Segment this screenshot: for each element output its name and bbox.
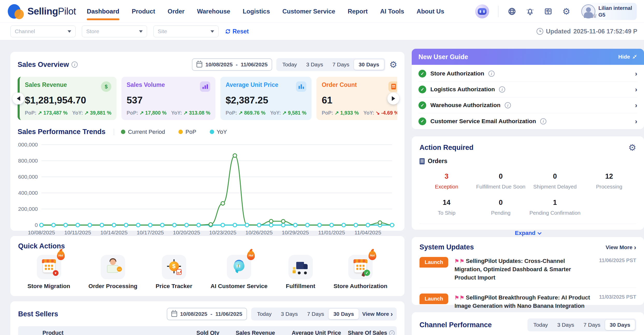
expand-button[interactable]: Expand [419,230,636,236]
nav-dashboard[interactable]: Dashboard [86,1,120,22]
update-item[interactable]: Launch ⚑⚑SellingPilot Updates: Cross-Cha… [419,251,636,288]
legend-pop[interactable]: PoP [178,129,196,135]
card-sales-volume[interactable]: Sales Volume 537 PoP: ↗ 17,800 % YoY: ↗ … [121,77,215,120]
nav-order[interactable]: Order [167,1,185,22]
check-circle-icon: ✓ [418,117,426,125]
help-guide-book-icon[interactable]: ? [544,7,553,16]
range-3days[interactable]: 3 Days [276,309,302,319]
stat-exception[interactable]: 3 Exception [419,172,474,190]
date-range-picker[interactable]: 10/08/2025 - 11/06/2025 [167,308,247,320]
chevron-right-icon: › [634,244,636,251]
guide-customer-service-email-authorization[interactable]: ✓ Customer Service Email Authorization i… [418,113,637,129]
svg-text:10/17/2025: 10/17/2025 [137,229,164,235]
svg-text:0: 0 [35,222,38,228]
range-30days[interactable]: 30 Days [354,59,384,70]
bar-chart-icon [200,81,210,92]
info-icon[interactable]: i [505,102,511,108]
range-30days[interactable]: 30 Days [329,309,358,319]
range-30days[interactable]: 30 Days [605,320,635,330]
trend-up-icon: ↗ [140,110,144,116]
info-icon[interactable]: i [71,61,78,68]
overview-settings-gear-icon[interactable]: ⚙ [389,60,397,69]
cards-next-button[interactable] [387,93,399,104]
settings-gear-icon[interactable]: ⚙ [562,7,571,16]
language-globe-icon[interactable] [507,7,517,16]
store-select[interactable]: Store [82,25,147,37]
user-menu[interactable]: ♛ Lilian internal G5 [580,3,637,20]
update-item[interactable]: Launch ⚑⚑SellingPilot Breakthrough Featu… [419,288,636,316]
brand-logo-icon [8,4,24,19]
range-today[interactable]: Today [529,320,553,330]
stat-shipment-delayed[interactable]: 0 Shipment Delayed [528,172,582,190]
card-average-unit-price[interactable]: Average Unit Price $2,387.25 PoP: ↗ 869.… [220,77,312,120]
action-required-settings-gear-icon[interactable]: ⚙ [628,143,636,152]
reset-filters-button[interactable]: Reset [225,28,249,35]
bar-chart-icon [296,81,306,92]
nav-logistics[interactable]: Logistics [242,1,270,22]
nav-report[interactable]: Report [347,1,368,22]
stat-to-ship[interactable]: 14 To Ship [419,199,474,216]
system-updates-view-more[interactable]: View More› [606,244,636,251]
hide-guide-button[interactable]: Hide [618,54,637,60]
nav-warehouse[interactable]: Warehouse [197,1,231,22]
channel-select[interactable]: Channel [10,25,76,37]
card-sales-revenue[interactable]: Sales Revenue $ $1,281,954.70 PoP: ↗ 173… [18,77,117,120]
range-7days[interactable]: 7 Days [579,320,605,330]
nav-about-us[interactable]: About Us [416,1,445,22]
info-icon[interactable]: i [389,330,395,335]
quick-action-store-migration[interactable]: Hot ▾ Store Migration [27,255,70,290]
quick-action-price-tracker[interactable]: $ Price Tracker [156,255,192,290]
stat-pending-confirmation[interactable]: 1 Pending Confirmation [528,199,582,216]
launch-badge: Launch [419,257,448,268]
last-updated-timestamp: Updated 2025-11-06 17:52:49 P [537,28,637,35]
range-today[interactable]: Today [252,309,276,319]
range-3days[interactable]: 3 Days [301,59,328,70]
range-7days[interactable]: 7 Days [302,309,329,319]
best-sellers-view-more[interactable]: View More› [359,311,395,317]
new-user-guide-panel: New User Guide Hide ✓ Store Authorizatio… [412,49,644,129]
nav-product[interactable]: Product [131,1,156,22]
quick-action-store-authorization[interactable]: Hot ✓ Store Authorization [334,255,387,290]
user-name: Lilian internal [598,5,632,11]
range-3days[interactable]: 3 Days [553,320,579,330]
site-select[interactable]: Site [153,25,219,37]
best-sellers-title: Best Sellers [18,310,58,318]
guide-store-authorization[interactable]: ✓ Store Authorization i › [418,66,637,82]
card-order-count[interactable]: Order Count 61 PoP: ↗ 1,933 % YoY: ↘ -4.… [316,77,397,120]
collapse-icon [632,54,637,59]
range-today[interactable]: Today [278,59,301,70]
chevron-down-icon [139,30,143,33]
info-icon[interactable]: i [488,71,495,77]
quick-action-ai-customer-service[interactable]: Hot AI Customer Service [211,255,267,290]
info-icon[interactable]: i [540,118,546,124]
svg-text:10/08/2025: 10/08/2025 [28,229,55,235]
dollar-icon: $ [101,81,111,92]
nav-ai-tools[interactable]: AI Tools [380,1,405,22]
range-7days[interactable]: 7 Days [328,59,354,70]
stat-fulfillment-due-soon[interactable]: 0 Fulfillment Due Soon [474,172,528,190]
trend-up-icon: ↗ [238,110,243,116]
nav-customer-service[interactable]: Customer Service [282,1,336,22]
metric-cards-carousel: Sales Revenue $ $1,281,954.70 PoP: ↗ 173… [18,77,397,120]
quick-action-order-processing[interactable]: ⋯ Order Processing [89,255,138,290]
stat-pending[interactable]: 0 Pending [474,199,528,216]
legend-current-period[interactable]: Current Period [121,129,165,135]
new-user-guide-title: New User Guide [418,53,468,61]
date-range-picker[interactable]: 10/08/2025 - 11/06/2025 [192,58,272,71]
legend-yoy[interactable]: YoY [210,129,227,135]
clock-icon [537,28,543,35]
stat-processing[interactable]: 12 Processing [582,172,636,190]
cards-prev-button[interactable] [12,93,24,104]
guide-logistics-authorization[interactable]: ✓ Logistics Authorization i › [418,82,637,97]
legend-dot [210,130,214,134]
chevron-right-icon: › [635,118,637,125]
notifications-bell-icon[interactable] [525,7,535,16]
guide-warehouse-authorization[interactable]: ✓ Warehouse Authorization i › [418,97,637,113]
ai-customer-service-icon [231,259,247,275]
trend-up-icon: ↗ [335,110,339,116]
info-icon[interactable]: i [499,86,505,93]
ai-assistant-icon[interactable] [475,4,489,18]
quick-action-fulfillment[interactable]: Fulfillment [286,255,315,290]
system-updates-panel: System Updates View More› Launch ⚑⚑Selli… [412,237,644,305]
brand-logo[interactable]: SellingPilot [8,4,76,19]
